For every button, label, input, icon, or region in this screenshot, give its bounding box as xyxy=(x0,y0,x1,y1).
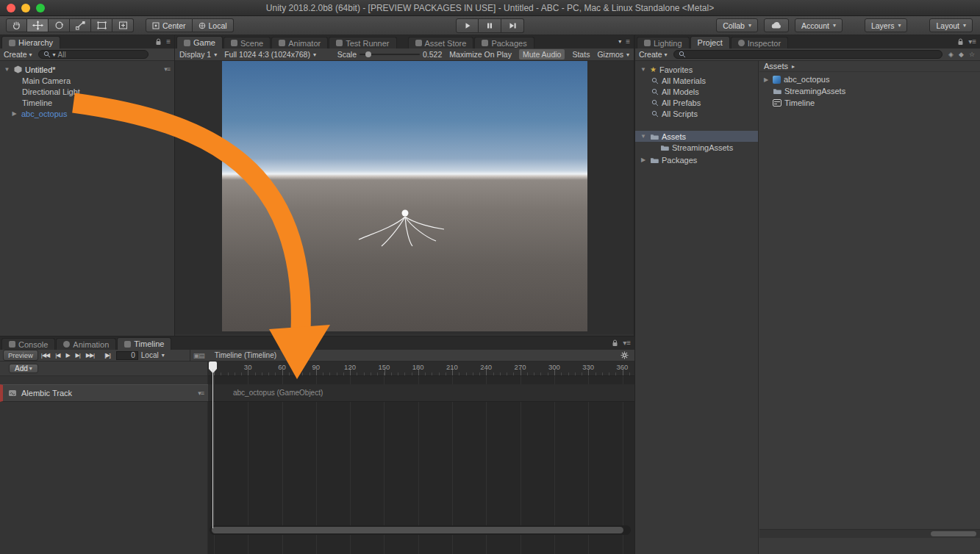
packages-folder-row[interactable]: ▶ Packages xyxy=(635,154,758,165)
hierarchy-search-input[interactable]: ▾ All xyxy=(38,50,149,59)
rotate-tool-button[interactable] xyxy=(49,18,70,32)
scrollbar-thumb[interactable] xyxy=(931,531,976,536)
panel-menu-icon[interactable]: ≡ xyxy=(166,37,171,46)
foldout-open-icon[interactable]: ▼ xyxy=(640,133,647,140)
scale-tool-button[interactable] xyxy=(70,18,91,32)
layout-dropdown[interactable]: Layout ▾ xyxy=(929,18,973,32)
asset-streaming-assets[interactable]: StreamingAssets xyxy=(759,85,980,97)
stats-toggle[interactable]: Stats xyxy=(572,50,590,59)
move-tool-button[interactable] xyxy=(27,18,49,32)
space-mode-button[interactable]: Local xyxy=(193,18,234,32)
timeline-settings-button[interactable] xyxy=(620,351,629,359)
alembic-track-header[interactable]: Alembic Track ▾≡ xyxy=(0,384,208,402)
previous-frame-icon[interactable]: |◀ xyxy=(52,352,62,359)
collab-dropdown[interactable]: Collab ▾ xyxy=(716,18,758,32)
favorites-row[interactable]: ▼ ★ Favorites xyxy=(635,64,758,75)
panel-menu-icon[interactable]: ▾≡ xyxy=(623,339,631,347)
zoom-window-button[interactable] xyxy=(36,4,45,12)
transform-tool-button[interactable] xyxy=(112,18,134,32)
hierarchy-item-main-camera[interactable]: Main Camera xyxy=(0,75,174,86)
play-range-icon[interactable]: [▶] xyxy=(101,352,113,359)
tab-project[interactable]: Project xyxy=(690,36,730,48)
asset-abc-octopus[interactable]: ▶ abc_octopus xyxy=(759,73,980,85)
hierarchy-item-directional-light[interactable]: Directional Light xyxy=(0,86,174,97)
timeline-units-dropdown[interactable]: Local ▾ xyxy=(141,351,165,359)
scale-slider[interactable] xyxy=(360,54,420,55)
alembic-track-lane[interactable]: abc_octopus (GameObject) xyxy=(208,384,634,402)
tab-console[interactable]: Console xyxy=(1,338,55,350)
tab-test-runner[interactable]: Test Runner xyxy=(329,37,396,48)
breadcrumb-label[interactable]: Assets xyxy=(764,62,788,71)
tab-inspector[interactable]: Inspector xyxy=(731,37,788,48)
foldout-closed-icon[interactable]: ▶ xyxy=(640,157,647,163)
assets-folder-row[interactable]: ▼ Assets xyxy=(635,131,758,142)
timeline-horizontal-scrollbar[interactable] xyxy=(210,525,631,535)
display-dropdown[interactable]: Display 1 ▾ xyxy=(179,50,217,59)
favorite-all-scripts[interactable]: All Scripts xyxy=(635,108,758,119)
timeline-asset-name[interactable]: Timeline (Timeline) xyxy=(215,351,276,359)
favorite-all-models[interactable]: All Models xyxy=(635,86,758,97)
minimize-window-button[interactable] xyxy=(21,4,30,12)
mute-audio-toggle[interactable]: Mute Audio xyxy=(519,49,565,60)
pause-button[interactable] xyxy=(479,18,501,33)
preview-toggle[interactable]: Preview xyxy=(3,350,38,361)
account-dropdown[interactable]: Account ▾ xyxy=(795,18,843,32)
hierarchy-item-timeline[interactable]: Timeline xyxy=(0,97,174,108)
tab-scene[interactable]: Scene xyxy=(223,37,271,48)
pivot-mode-button[interactable]: Center xyxy=(146,18,193,32)
close-window-button[interactable] xyxy=(7,4,15,12)
add-track-button[interactable]: Add ▾ xyxy=(9,364,38,373)
project-search-input[interactable] xyxy=(673,50,943,59)
edit-mode-icon[interactable]: ▣ xyxy=(193,352,199,359)
breadcrumb-icon[interactable]: ▤ xyxy=(198,352,204,359)
next-frame-icon[interactable]: ▶| xyxy=(73,352,83,359)
frame-field[interactable]: 0 xyxy=(116,351,138,360)
scale-slider-knob[interactable] xyxy=(365,51,371,57)
chevron-down-icon[interactable]: ▾ xyxy=(618,38,621,45)
hierarchy-scene-row[interactable]: ▼ Untitled* ▾≡ xyxy=(0,64,174,75)
tab-animation[interactable]: Animation xyxy=(56,338,116,350)
hand-tool-button[interactable] xyxy=(6,18,27,32)
foldout-open-icon[interactable]: ▼ xyxy=(3,66,11,73)
maximize-on-play-toggle[interactable]: Maximize On Play xyxy=(449,50,512,59)
search-by-type-icon[interactable]: ◈ xyxy=(948,51,954,58)
tab-lighting[interactable]: Lighting xyxy=(637,37,690,48)
aspect-dropdown[interactable]: Full 1024 4:3 (1024x768) ▾ xyxy=(224,50,316,59)
cloud-services-button[interactable] xyxy=(764,18,789,32)
project-horizontal-scrollbar[interactable] xyxy=(759,529,980,538)
rect-tool-button[interactable] xyxy=(91,18,112,32)
gizmos-dropdown[interactable]: Gizmos ▾ xyxy=(597,50,629,59)
foldout-closed-icon[interactable]: ▶ xyxy=(762,76,770,83)
foldout-closed-icon[interactable]: ▶ xyxy=(10,110,18,117)
foldout-open-icon[interactable]: ▼ xyxy=(640,66,647,73)
favorite-all-materials[interactable]: All Materials xyxy=(635,75,758,86)
project-create-dropdown[interactable]: Create ▾ xyxy=(639,50,668,59)
search-by-label-icon[interactable]: ◆ xyxy=(959,51,964,58)
tab-timeline[interactable]: Timeline xyxy=(117,337,171,350)
panel-menu-icon[interactable]: ▾≡ xyxy=(968,37,976,46)
lock-icon[interactable] xyxy=(155,38,162,46)
save-search-icon[interactable]: ☆ xyxy=(969,51,975,58)
asset-timeline[interactable]: Timeline xyxy=(759,97,980,109)
hierarchy-item-abc-octopus[interactable]: ▶ abc_octopus xyxy=(0,108,174,119)
hierarchy-create-dropdown[interactable]: Create ▾ xyxy=(4,50,32,59)
favorite-all-prefabs[interactable]: All Prefabs xyxy=(635,97,758,108)
tab-animator[interactable]: Animator xyxy=(271,37,328,48)
lock-icon[interactable] xyxy=(612,339,618,347)
step-button[interactable] xyxy=(501,18,524,33)
track-options-icon[interactable]: ▾≡ xyxy=(198,389,204,397)
go-to-end-icon[interactable]: ▶▶| xyxy=(83,352,97,359)
timeline-play-icon[interactable]: ▶ xyxy=(62,352,72,359)
play-button[interactable] xyxy=(456,18,479,33)
tab-game[interactable]: Game xyxy=(176,36,223,48)
panel-menu-icon[interactable]: ≡ xyxy=(626,37,630,46)
timeline-ruler[interactable] xyxy=(208,361,634,376)
scrollbar-thumb[interactable] xyxy=(212,527,623,533)
tab-asset-store[interactable]: Asset Store xyxy=(408,37,474,48)
streaming-assets-folder-row[interactable]: StreamingAssets xyxy=(635,142,758,153)
layers-dropdown[interactable]: Layers ▾ xyxy=(865,18,908,32)
scene-options-icon[interactable]: ▾≡ xyxy=(164,65,170,73)
tab-packages[interactable]: Packages xyxy=(474,37,534,48)
go-to-start-icon[interactable]: |◀◀ xyxy=(38,352,52,359)
lock-icon[interactable] xyxy=(957,38,964,46)
